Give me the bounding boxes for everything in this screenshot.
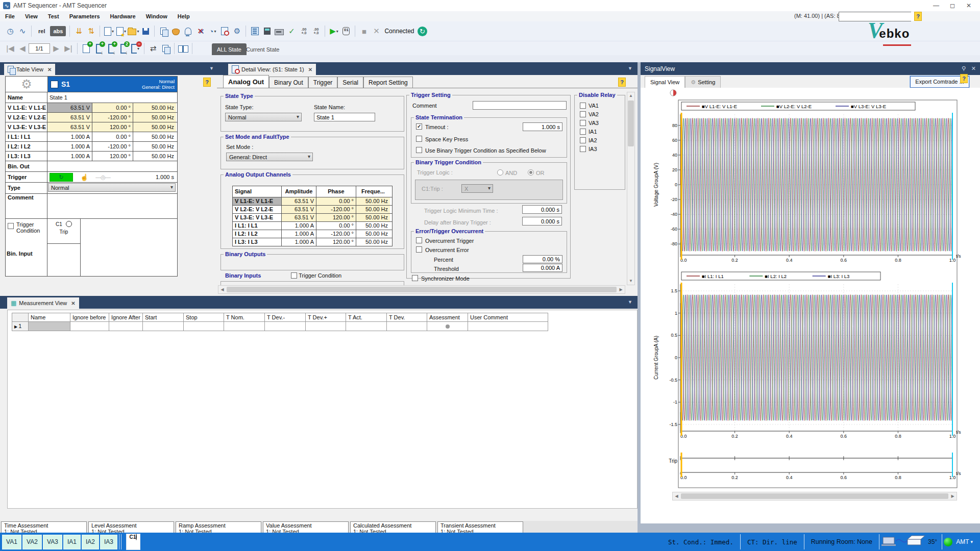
signal-label[interactable]: V L1-E: V L1-E [6, 103, 47, 112]
tab-table-view[interactable]: Table View ✕ [4, 64, 55, 75]
trigger-binary-icon[interactable]: —◎— [95, 174, 110, 181]
frequency-cell[interactable]: 50.00 Hz [356, 238, 390, 246]
menu-help[interactable]: Help [173, 12, 195, 20]
signal-label[interactable]: V L1-E: V L1-E [233, 197, 282, 205]
detail-view-close-icon[interactable]: ✕ [308, 67, 312, 72]
signal-label[interactable]: V L3-E: V L3-E [6, 122, 47, 132]
page-indicator[interactable]: 1/1 [29, 43, 50, 54]
signal-label[interactable]: I L1: I L1 [6, 132, 47, 141]
state-type-dropdown[interactable]: Normal [48, 183, 176, 192]
ts-comment-input[interactable] [473, 101, 567, 110]
amplitude-cell[interactable]: 1.000 A [47, 132, 92, 141]
row-selector[interactable]: ▶1 [12, 322, 29, 331]
statusbar-c1-indicator[interactable]: C1 [126, 534, 140, 550]
signal-label[interactable]: I L3: I L3 [233, 238, 282, 246]
signal-label[interactable]: V L2-E: V L2-E [233, 206, 282, 213]
detail-vertical-scrollbar[interactable]: ▲ ▼ [627, 92, 635, 285]
tab-measurement-view[interactable]: ▦ Measurement View ✕ [7, 297, 79, 309]
state-name-input[interactable] [314, 113, 375, 121]
signal-label[interactable]: V L2-E: V L2-E [6, 113, 47, 122]
frequency-cell[interactable]: 50.00 Hz [133, 132, 176, 141]
statusbar-channel-ia3[interactable]: IA3 [100, 535, 117, 549]
table-view-help-button[interactable]: ? [203, 78, 211, 87]
copy-states-icon[interactable] [160, 42, 171, 55]
detail-tab-analog-out[interactable]: Analog Out [223, 75, 269, 88]
menu-window[interactable]: Window [141, 12, 173, 20]
amplitude-cell[interactable]: 1.000 A [282, 222, 316, 230]
phase-cell[interactable]: 0.00 ° [316, 222, 356, 230]
time-mode-icon[interactable]: ◷ [5, 25, 16, 37]
decimal-add-icon[interactable]: .00+.0 [298, 25, 309, 37]
maximize-button[interactable]: ◻ [945, 2, 960, 9]
disable-relay-checkbox-ia2[interactable] [580, 137, 586, 143]
detail-tab-serial[interactable]: Serial [337, 77, 363, 88]
frequency-cell[interactable]: 50.00 Hz [356, 206, 390, 213]
phase-cell[interactable]: 0.00 ° [92, 103, 133, 112]
state-checkbox[interactable] [51, 81, 58, 88]
state-name-cell[interactable]: State 1 [47, 92, 176, 103]
amplitude-cell[interactable]: 63.51 V [282, 214, 316, 221]
amt-status-menu[interactable]: AMT ▾ [944, 538, 973, 546]
signal-label[interactable]: I L3: I L3 [6, 152, 47, 161]
split-view-icon[interactable] [178, 42, 189, 55]
amplitude-cell[interactable]: 63.51 V [47, 103, 92, 112]
insert-state-before-button[interactable]: +↓ [93, 42, 104, 55]
amplitude-cell[interactable]: 63.51 V [282, 197, 316, 205]
disable-relay-checkbox-va3[interactable] [580, 120, 586, 126]
menu-test[interactable]: Test [43, 12, 64, 20]
measurement-cell[interactable] [427, 322, 468, 331]
disable-relay-checkbox-ia1[interactable] [580, 129, 586, 135]
statusbar-channel-va2[interactable]: VA2 [22, 535, 42, 549]
tab-signal-view[interactable]: Signal View [645, 76, 685, 88]
device-panel-icon[interactable] [274, 25, 285, 37]
c1-trip-select[interactable]: X [461, 184, 493, 193]
measurement-cell[interactable] [70, 322, 109, 331]
disable-relay-checkbox-ia3[interactable] [580, 146, 586, 152]
amplitude-cell[interactable]: 1.000 A [282, 238, 316, 246]
frequency-cell[interactable]: 50.00 Hz [356, 230, 390, 238]
new-file-icon[interactable]: ▾ [103, 25, 114, 37]
comment-cell[interactable] [47, 194, 176, 218]
frequency-cell[interactable]: 50.00 Hz [133, 122, 176, 132]
percent-input[interactable] [523, 255, 562, 263]
frequency-cell[interactable]: 50.00 Hz [356, 197, 390, 205]
close-button[interactable]: ✕ [962, 2, 976, 9]
statusbar-channel-va3[interactable]: VA3 [43, 535, 62, 549]
menu-view[interactable]: View [20, 12, 43, 20]
signalview-horizontal-scrollbar[interactable]: ◀▶ [672, 492, 957, 500]
bin-out-cell[interactable] [47, 161, 176, 171]
or-radio[interactable] [528, 169, 534, 176]
new-template-icon[interactable]: ▾ [115, 25, 127, 37]
statusbar-channel-ia1[interactable]: IA1 [63, 535, 81, 549]
measurement-cell[interactable] [306, 322, 346, 331]
amplitude-cell[interactable]: 1.000 A [47, 152, 92, 161]
amplitude-cell[interactable]: 63.51 V [282, 206, 316, 213]
detail-horizontal-scrollbar[interactable]: ◀▶ [218, 285, 625, 294]
space-key-checkbox[interactable] [416, 136, 422, 142]
frequency-cell[interactable]: 50.00 Hz [133, 152, 176, 161]
measurement-cell[interactable] [468, 322, 548, 331]
phase-cell[interactable]: 120.00 ° [92, 152, 133, 161]
measurement-cell[interactable] [143, 322, 184, 331]
clock-pie-icon[interactable]: ◔▾ [207, 25, 218, 37]
detail-tab-report-setting[interactable]: Report Setting [363, 77, 413, 88]
phase-cell[interactable]: -120.00 ° [316, 230, 356, 238]
curves-icon[interactable]: ✕ [194, 25, 206, 37]
min-time-input[interactable] [522, 205, 562, 214]
measurement-menu-icon[interactable]: ▼ [628, 299, 632, 305]
threshold-input[interactable] [523, 264, 562, 272]
phase-cell[interactable]: 120.00 ° [316, 214, 356, 221]
report-icon[interactable] [249, 25, 260, 37]
and-radio[interactable] [497, 169, 503, 176]
detail-tab-trigger[interactable]: Trigger [308, 77, 338, 88]
signalview-close-icon[interactable]: ✕ [971, 65, 976, 72]
set-mode-select[interactable]: General: Direct [226, 153, 313, 161]
apply-down-icon[interactable]: ⇊ [73, 25, 84, 37]
frequency-cell[interactable]: 50.00 Hz [133, 113, 176, 122]
open-file-icon[interactable]: ▾ [128, 25, 139, 37]
signal-label[interactable]: I L1: I L1 [233, 222, 282, 230]
nav-first-button[interactable]: |◀ [5, 42, 16, 55]
frequency-cell[interactable]: 50.00 Hz [356, 214, 390, 221]
current-state-button[interactable]: Current State [241, 43, 284, 56]
state-type-select[interactable]: Normal [225, 113, 302, 121]
